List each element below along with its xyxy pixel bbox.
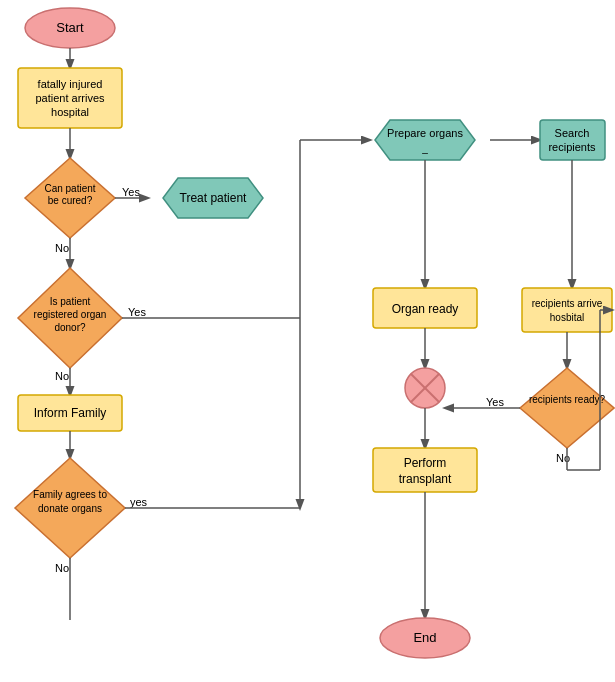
svg-text:Search: Search [555,127,590,139]
no-cured-label: No [55,242,69,254]
search-recipients-node [540,120,605,160]
svg-text:transplant: transplant [399,472,452,486]
svg-text:hosbital: hosbital [550,312,584,323]
no-ready-label: No [556,452,570,464]
svg-text:End: End [413,630,436,645]
svg-text:donate organs: donate organs [38,503,102,514]
svg-text:recipients arrive: recipients arrive [532,298,603,309]
svg-text:Organ ready: Organ ready [392,302,459,316]
svg-text:Family agrees to: Family agrees to [33,489,107,500]
recipients-arrive-node [522,288,612,332]
svg-text:Can patient: Can patient [44,183,95,194]
svg-text:donor?: donor? [54,322,86,333]
svg-text:Prepare organs: Prepare organs [387,127,463,139]
yes-family-label: yes [130,496,148,508]
svg-text:Inform Family: Inform Family [34,406,107,420]
svg-text:hospital: hospital [51,106,89,118]
svg-text:recipients: recipients [548,141,596,153]
start-label: Start [56,20,84,35]
no-family-label: No [55,562,69,574]
svg-text:Is patient: Is patient [50,296,91,307]
svg-text:recipients ready?: recipients ready? [529,394,606,405]
svg-text:patient arrives: patient arrives [35,92,105,104]
yes-donor-label: Yes [128,306,146,318]
fatally-injured-label: fatally injured [38,78,103,90]
svg-text:_: _ [421,143,428,154]
yes-ready-label: Yes [486,396,504,408]
svg-text:be cured?: be cured? [48,195,93,206]
svg-text:registered organ: registered organ [34,309,107,320]
prepare-organs-node [375,120,475,160]
no-donor-label: No [55,370,69,382]
flowchart-diagram: Start fatally injured patient arrives ho… [0,0,615,682]
yes-cured-label: Yes [122,186,140,198]
svg-text:Perform: Perform [404,456,447,470]
svg-text:Treat patient: Treat patient [180,191,248,205]
